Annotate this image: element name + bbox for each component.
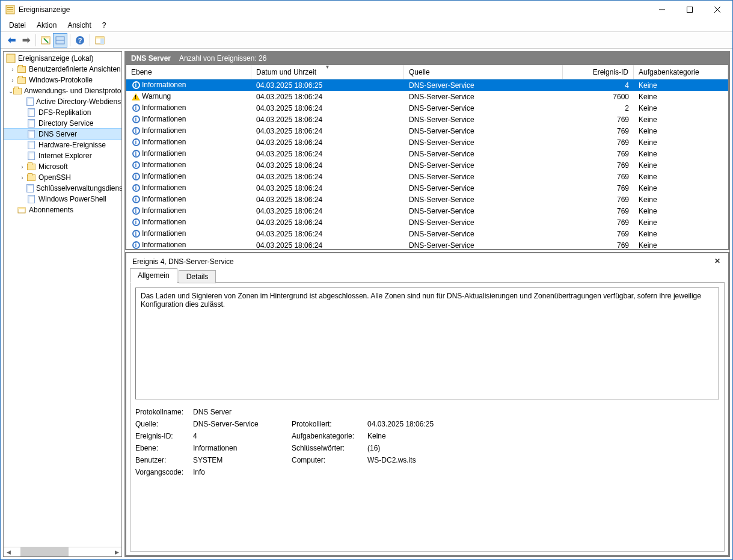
col-level[interactable]: Ebene: [126, 65, 251, 79]
source-cell: DNS-Server-Service: [404, 241, 563, 250]
source-cell: DNS-Server-Service: [404, 150, 563, 158]
tree-keymgmt[interactable]: Schlüsselverwaltungsdienst: [4, 183, 121, 194]
forward-button[interactable]: ➡: [19, 33, 33, 48]
event-viewer-window: Ereignisanzeige Datei Aktion Ansicht ? ⬅…: [0, 0, 733, 560]
event-row[interactable]: iInformationen04.03.2025 18:06:24DNS-Ser…: [126, 217, 728, 228]
tree-openssh[interactable]: ›OpenSSH: [4, 172, 121, 183]
event-row[interactable]: iInformationen04.03.2025 18:06:24DNS-Ser…: [126, 194, 728, 205]
menu-file[interactable]: Datei: [4, 20, 31, 31]
help-button[interactable]: ?: [73, 33, 87, 48]
properties-button[interactable]: [53, 33, 67, 48]
tree-hardware[interactable]: Hardware-Ereignisse: [4, 140, 121, 150]
detail-close-button[interactable]: ✕: [713, 257, 722, 266]
scroll-left-icon[interactable]: ◀: [4, 547, 13, 556]
col-label: Quelle: [409, 68, 430, 76]
tree-dfs[interactable]: DFS-Replikation: [4, 107, 121, 118]
event-row[interactable]: iInformationen04.03.2025 18:06:24DNS-Ser…: [126, 171, 728, 182]
maximize-button[interactable]: [676, 1, 704, 19]
level-text: Warnung: [142, 92, 171, 100]
tree-label: Directory Service: [38, 119, 93, 128]
scroll-right-icon[interactable]: ▶: [112, 547, 121, 556]
event-row[interactable]: iInformationen04.03.2025 18:06:24DNS-Ser…: [126, 159, 728, 171]
event-row[interactable]: iInformationen04.03.2025 18:06:24DNS-Ser…: [126, 205, 728, 217]
menu-action[interactable]: Aktion: [32, 20, 61, 31]
show-hide-tree-button[interactable]: [38, 33, 53, 48]
tree-dns-server[interactable]: DNS Server: [4, 129, 121, 140]
tab-general[interactable]: Allgemein: [130, 268, 177, 283]
tree-root[interactable]: Ereignisanzeige (Lokal): [4, 53, 121, 64]
tree-subscriptions[interactable]: Abonnements: [4, 205, 121, 215]
svg-rect-18: [7, 54, 15, 63]
menu-view[interactable]: Ansicht: [63, 20, 96, 31]
titlebar[interactable]: Ereignisanzeige: [1, 1, 732, 19]
tree-ds[interactable]: Directory Service: [4, 118, 121, 129]
tree-microsoft[interactable]: ›Microsoft: [4, 161, 121, 172]
date-cell: 04.03.2025 18:06:24: [251, 138, 404, 147]
col-category[interactable]: Aufgabenkategorie: [634, 65, 728, 79]
tree-label: Active Directory-Webdienste: [36, 97, 121, 106]
tab-details[interactable]: Details: [179, 270, 216, 283]
scroll-thumb[interactable]: [20, 547, 69, 556]
event-row[interactable]: iInformationen04.03.2025 18:06:24DNS-Ser…: [126, 239, 728, 249]
sidebar-scrollbar[interactable]: ◀ ▶: [4, 547, 121, 556]
col-date[interactable]: Datum und Uhrzeit▼: [251, 65, 404, 79]
menu-help[interactable]: ?: [97, 20, 111, 31]
action-button[interactable]: [93, 33, 107, 48]
tree-label: Anwendungs- und Dienstprotokolle: [24, 87, 121, 95]
level-text: Informationen: [142, 172, 186, 180]
expand-icon[interactable]: ›: [18, 164, 26, 170]
tree-ad[interactable]: Active Directory-Webdienste: [4, 96, 121, 107]
event-row[interactable]: iInformationen04.03.2025 18:06:24DNS-Ser…: [126, 182, 728, 194]
app-icon: [5, 5, 15, 14]
tree-ie[interactable]: Internet Explorer: [4, 150, 121, 161]
event-row[interactable]: iInformationen04.03.2025 18:06:24DNS-Ser…: [126, 102, 728, 114]
level-text: Informationen: [142, 126, 186, 135]
event-row[interactable]: iInformationen04.03.2025 18:06:24DNS-Ser…: [126, 125, 728, 137]
tree[interactable]: Ereignisanzeige (Lokal) › Benutzerdefini…: [4, 52, 121, 547]
category-cell: Keine: [634, 207, 728, 215]
category-cell: Keine: [634, 241, 728, 250]
category-cell: Keine: [634, 161, 728, 170]
close-button[interactable]: [704, 1, 731, 19]
log-icon: [26, 108, 36, 117]
log-icon: [26, 194, 36, 204]
lbl-opcode: Vorgangscode:: [135, 468, 191, 476]
event-row[interactable]: iInformationen04.03.2025 18:06:24DNS-Ser…: [126, 228, 728, 239]
tree-app-services[interactable]: ⌄ Anwendungs- und Dienstprotokolle: [4, 85, 121, 96]
expand-icon[interactable]: ›: [18, 174, 26, 181]
info-icon: i: [131, 81, 141, 90]
val-source: DNS-Server-Service: [193, 420, 289, 428]
col-eventid[interactable]: Ereignis-ID: [563, 65, 634, 79]
event-row[interactable]: iInformationen04.03.2025 18:06:24DNS-Ser…: [126, 114, 728, 125]
col-label: Ebene: [131, 68, 152, 76]
event-message[interactable]: Das Laden und Signieren von Zonen im Hin…: [135, 288, 719, 399]
body: Ereignisanzeige (Lokal) › Benutzerdefini…: [1, 49, 732, 559]
level-text: Informationen: [142, 81, 186, 89]
category-cell: Keine: [634, 173, 728, 181]
tree-powershell[interactable]: Windows PowerShell: [4, 194, 121, 205]
info-icon: i: [131, 206, 141, 216]
folder-icon: [26, 173, 36, 182]
event-rows[interactable]: iInformationen04.03.2025 18:06:25DNS-Ser…: [126, 79, 728, 249]
expand-icon[interactable]: ›: [8, 77, 17, 84]
expand-icon[interactable]: ›: [8, 66, 17, 73]
collapse-icon[interactable]: ⌄: [8, 88, 13, 94]
minimize-button[interactable]: [648, 1, 676, 19]
id-cell: 769: [563, 138, 634, 147]
level-text: Informationen: [142, 149, 186, 158]
log-icon: [26, 118, 36, 128]
event-row[interactable]: iInformationen04.03.2025 18:06:24DNS-Ser…: [126, 137, 728, 148]
tree-custom-views[interactable]: › Benutzerdefinierte Ansichten: [4, 64, 121, 75]
event-row[interactable]: iInformationen04.03.2025 18:06:24DNS-Ser…: [126, 148, 728, 159]
col-source[interactable]: Quelle: [404, 65, 563, 79]
event-row[interactable]: Warnung04.03.2025 18:06:24DNS-Server-Ser…: [126, 91, 728, 102]
back-button[interactable]: ⬅: [4, 33, 19, 48]
info-icon: i: [131, 115, 141, 125]
source-cell: DNS-Server-Service: [404, 115, 563, 124]
eventviewer-icon: [6, 54, 16, 63]
folder-icon: [17, 75, 26, 85]
source-cell: DNS-Server-Service: [404, 104, 563, 112]
tree-windows-logs[interactable]: › Windows-Protokolle: [4, 75, 121, 85]
info-icon: i: [131, 229, 141, 239]
event-row[interactable]: iInformationen04.03.2025 18:06:25DNS-Ser…: [126, 79, 728, 91]
